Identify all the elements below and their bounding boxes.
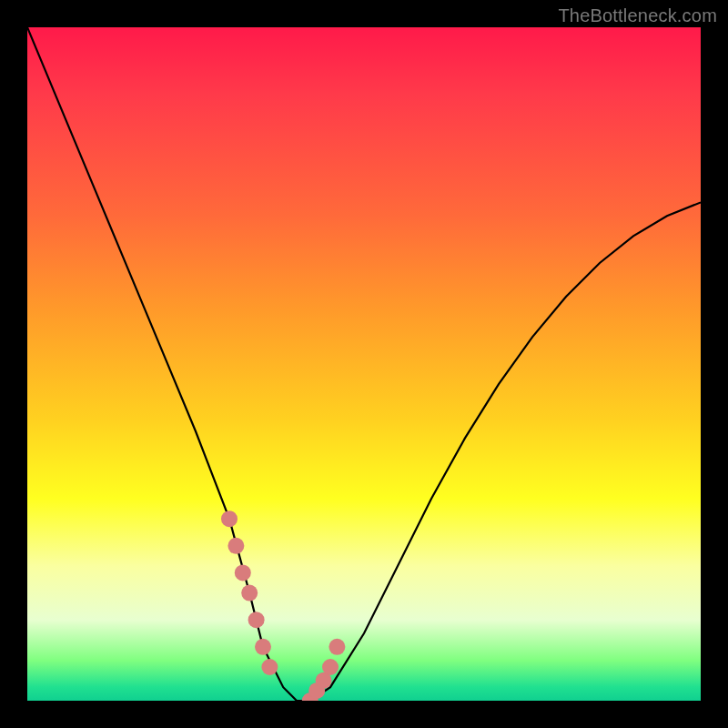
heat-gradient-background [27,27,701,701]
chart-frame: TheBottleneck.com [0,0,728,728]
watermark-text: TheBottleneck.com [558,5,717,26]
plot-area [27,27,701,701]
